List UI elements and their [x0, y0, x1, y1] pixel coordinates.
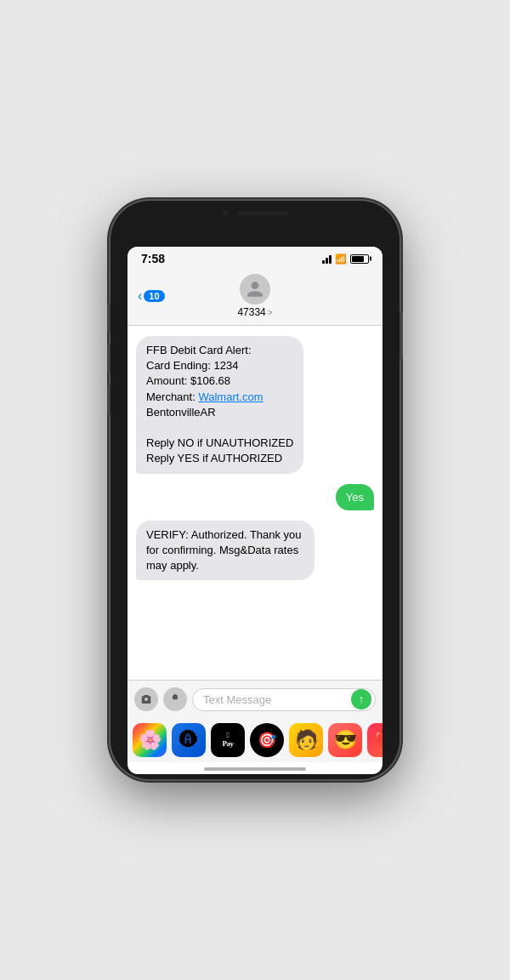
app-row: 🌸 🅐 Pay 🎯 🧑 😎 ❤️ — [128, 716, 382, 762]
signal-icon — [322, 254, 332, 264]
back-chevron-icon: ‹ — [138, 289, 142, 303]
text-input-placeholder: Text Message — [203, 693, 271, 706]
nav-bar: ‹ 10 47334 > — [128, 269, 382, 326]
status-time: 7:58 — [141, 252, 165, 265]
battery-icon — [350, 254, 369, 264]
input-row: Text Message ↑ — [134, 687, 376, 711]
screen: 7:58 📶 ‹ 10 — [128, 247, 382, 774]
phone-frame: 7:58 📶 ‹ 10 — [110, 201, 400, 779]
app-icon-heart[interactable]: ❤️ — [367, 723, 382, 757]
send-arrow-icon: ↑ — [359, 693, 365, 704]
message-bubble-sent-1: Yes — [336, 484, 374, 510]
input-area: Text Message ↑ — [128, 680, 382, 716]
status-icons: 📶 — [322, 254, 369, 265]
camera-icon — [140, 693, 152, 705]
send-button[interactable]: ↑ — [351, 689, 371, 709]
app-icon-memoji[interactable]: 🧑 — [289, 723, 323, 757]
camera-dot — [222, 209, 229, 216]
camera-button[interactable] — [134, 687, 158, 711]
message-bubble-received-2: VERIFY: Authorized. Thank you for confir… — [136, 521, 314, 581]
contact-name: 47334 > — [237, 306, 272, 318]
avatar — [240, 274, 270, 305]
message-bubble-received-1: FFB Debit Card Alert:Card Ending: 1234Am… — [136, 336, 303, 474]
appstore-button[interactable] — [163, 687, 187, 711]
back-badge: 10 — [144, 290, 164, 302]
wifi-icon: 📶 — [335, 254, 347, 265]
messages-area: FFB Debit Card Alert:Card Ending: 1234Am… — [128, 326, 382, 680]
appstore-icon — [169, 693, 181, 705]
back-button[interactable]: ‹ 10 — [138, 289, 165, 303]
app-icon-appstore[interactable]: 🅐 — [172, 723, 206, 757]
person-icon — [246, 280, 264, 299]
text-input-wrap[interactable]: Text Message ↑ — [192, 688, 376, 711]
contact-header[interactable]: 47334 > — [237, 274, 272, 318]
walmart-link[interactable]: Walmart.com — [198, 390, 263, 403]
app-icon-applepay[interactable]: Pay — [211, 723, 245, 757]
home-indicator — [204, 767, 306, 771]
speaker-grill — [237, 211, 288, 215]
app-icon-photos[interactable]: 🌸 — [133, 723, 167, 757]
app-icon-emoji2[interactable]: 😎 — [328, 723, 362, 757]
phone-top-bar — [110, 201, 400, 221]
contact-chevron-icon: > — [268, 308, 273, 317]
app-icon-activity[interactable]: 🎯 — [250, 723, 284, 757]
status-bar: 7:58 📶 — [128, 247, 382, 269]
